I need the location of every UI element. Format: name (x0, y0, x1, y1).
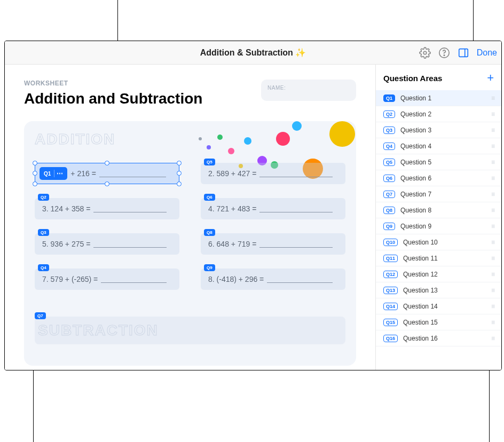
answer-blank[interactable] (93, 212, 167, 212)
question-area[interactable]: Q23. 124 + 358 = (35, 198, 179, 219)
question-text: 4. 721 + 483 = (208, 204, 256, 213)
drag-handle-icon[interactable]: ≡ (491, 223, 494, 230)
question-area-row[interactable]: Q7Question 7≡ (376, 186, 501, 202)
drag-handle-icon[interactable]: ≡ (491, 143, 494, 150)
add-question-area-button[interactable]: + (487, 71, 494, 85)
question-area-row[interactable]: Q6Question 6≡ (376, 170, 501, 186)
question-tag[interactable]: Q8 (204, 229, 215, 236)
bubble-icon (292, 121, 302, 131)
question-tag[interactable]: Q3 (38, 229, 49, 236)
worksheet-canvas[interactable]: WORKSHEET Addition and Subtraction NAME:… (5, 65, 375, 370)
app-frame: Addition & Subtraction ✨ Done WORKSHEET … (4, 41, 502, 370)
drag-handle-icon[interactable]: ≡ (491, 207, 494, 214)
question-area[interactable]: Q47. 579 + (-265) = (35, 269, 179, 290)
drag-handle-icon[interactable]: ≡ (491, 271, 494, 278)
question-label: Question 14 (403, 303, 486, 310)
selection-handle[interactable] (177, 181, 182, 186)
question-area[interactable]: Q52. 589 + 427 = (201, 163, 345, 184)
question-area-row[interactable]: Q9Question 9≡ (376, 218, 501, 234)
question-label: Question 3 (400, 127, 486, 134)
question-area-row[interactable]: Q10Question 10≡ (376, 234, 501, 250)
drag-handle-icon[interactable]: ≡ (491, 319, 494, 326)
callout-line (489, 370, 490, 442)
drag-handle-icon[interactable]: ≡ (491, 287, 494, 294)
drag-handle-icon[interactable]: ≡ (491, 111, 494, 118)
question-tag[interactable]: Q4 (38, 264, 49, 271)
question-text: 6. 648 + 719 = (208, 240, 256, 248)
question-area[interactable]: Q35. 936 + 275 = (35, 233, 179, 255)
question-area-row[interactable]: Q5Question 5≡ (376, 154, 501, 170)
question-area-row[interactable]: Q4Question 4≡ (376, 138, 501, 154)
drag-handle-icon[interactable]: ≡ (491, 159, 494, 166)
sidebar-title: Question Areas (383, 74, 442, 83)
selection-handle[interactable] (177, 171, 182, 176)
question-badge: Q4 (383, 143, 395, 150)
question-area[interactable]: Q1+ 216 = (35, 163, 179, 184)
svg-point-2 (444, 54, 444, 55)
question-area[interactable]: Q98. (-418) + 296 = (201, 269, 345, 290)
selection-handle[interactable] (105, 181, 109, 186)
toolbar: Addition & Subtraction ✨ Done (5, 41, 501, 65)
question-tag[interactable]: Q9 (204, 264, 215, 271)
question-area-row[interactable]: Q13Question 13≡ (376, 282, 501, 298)
question-area-row[interactable]: Q16Question 16≡ (376, 330, 501, 346)
question-text: + 216 = (70, 169, 96, 178)
question-area-row[interactable]: Q11Question 11≡ (376, 250, 501, 266)
name-field[interactable]: NAME: (261, 80, 356, 101)
selection-handle[interactable] (33, 181, 37, 186)
answer-blank[interactable] (93, 247, 167, 248)
drag-handle-icon[interactable]: ≡ (491, 127, 494, 134)
question-label: Question 16 (403, 335, 486, 342)
drag-handle-icon[interactable]: ≡ (491, 303, 494, 310)
question-tag[interactable]: Q2 (38, 194, 49, 201)
done-button[interactable]: Done (477, 48, 497, 58)
selection-handle[interactable] (105, 161, 109, 165)
question-area-row[interactable]: Q1Question 1≡ (376, 90, 501, 106)
gear-icon[interactable] (419, 47, 431, 59)
question-area-row[interactable]: Q14Question 14≡ (376, 298, 501, 314)
question-text: 3. 124 + 358 = (42, 204, 90, 213)
drag-handle-icon[interactable]: ≡ (491, 239, 494, 246)
question-label: Question 4 (400, 143, 486, 150)
question-area[interactable]: Q64. 721 + 483 = (201, 198, 345, 219)
answer-blank[interactable] (267, 282, 333, 283)
document-title[interactable]: Addition & Subtraction ✨ (200, 48, 306, 58)
question-tag[interactable]: Q1 (40, 167, 67, 180)
answer-blank[interactable] (101, 282, 167, 283)
drag-handle-icon[interactable]: ≡ (491, 335, 494, 342)
question-badge: Q7 (383, 191, 395, 198)
question-area[interactable]: Q86. 648 + 719 = (201, 233, 345, 255)
question-tag[interactable]: Q7 (35, 312, 46, 319)
answer-blank[interactable] (259, 247, 333, 248)
question-label: Question 2 (400, 111, 486, 118)
question-area-row[interactable]: Q12Question 12≡ (376, 266, 501, 282)
selection-handle[interactable] (177, 161, 182, 165)
question-badge: Q3 (383, 127, 395, 134)
question-text: 5. 936 + 275 = (42, 240, 90, 248)
drag-handle-icon[interactable]: ≡ (491, 175, 494, 182)
question-tag[interactable]: Q5 (204, 159, 215, 165)
drag-handle-icon[interactable]: ≡ (491, 94, 494, 102)
question-badge: Q12 (383, 271, 398, 278)
callout-line (473, 0, 474, 41)
callout-line (117, 0, 118, 41)
question-text: 8. (-418) + 296 = (208, 275, 264, 283)
sidebar-toggle-icon[interactable] (458, 47, 469, 59)
question-area-row[interactable]: Q15Question 15≡ (376, 314, 501, 330)
question-label: Question 9 (400, 223, 486, 230)
question-area-row[interactable]: Q2Question 2≡ (376, 106, 501, 122)
answer-blank[interactable] (259, 177, 333, 177)
drag-handle-icon[interactable]: ≡ (491, 255, 494, 262)
question-label: Question 5 (400, 159, 486, 166)
question-tag[interactable]: Q6 (204, 194, 215, 201)
answer-blank[interactable] (99, 177, 166, 177)
drag-handle-icon[interactable]: ≡ (491, 191, 494, 198)
question-area-row[interactable]: Q3Question 3≡ (376, 122, 501, 138)
question-areas-sidebar: Question Areas + Q1Question 1≡Q2Question… (375, 65, 501, 370)
help-icon[interactable] (438, 47, 450, 59)
selection-handle[interactable] (33, 161, 37, 165)
question-area-row[interactable]: Q8Question 8≡ (376, 202, 501, 218)
answer-blank[interactable] (259, 212, 333, 212)
selection-handle[interactable] (33, 171, 37, 176)
question-badge: Q16 (383, 335, 398, 342)
